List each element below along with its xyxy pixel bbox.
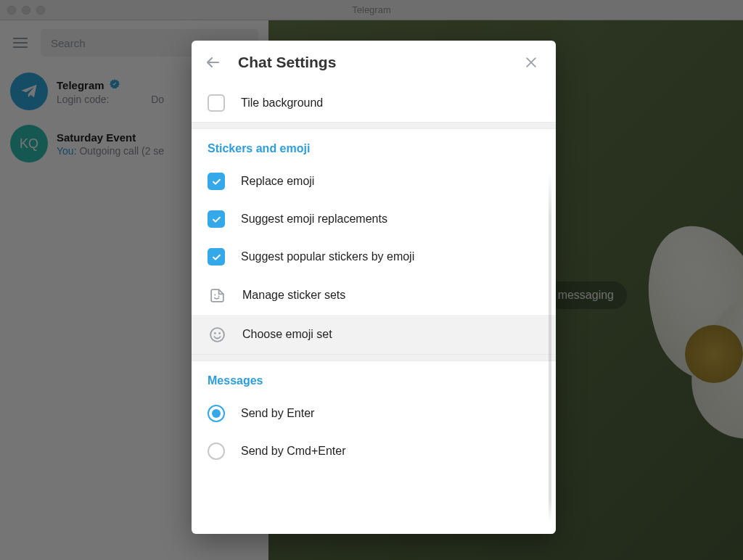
modal-title: Chat Settings xyxy=(238,54,506,71)
tile-background-label: Tile background xyxy=(241,96,323,110)
replace-emoji-checkbox[interactable] xyxy=(208,173,225,190)
section-divider xyxy=(192,354,556,361)
send-by-cmd-enter-row[interactable]: Send by Cmd+Enter xyxy=(192,432,556,470)
send-by-enter-label: Send by Enter xyxy=(241,407,314,420)
svg-point-2 xyxy=(210,328,224,342)
modal-body[interactable]: Tile background Stickers and emoji Repla… xyxy=(192,84,556,534)
suggest-emoji-label: Suggest emoji replacements xyxy=(241,213,387,226)
suggest-stickers-row[interactable]: Suggest popular stickers by emoji xyxy=(192,238,556,276)
tile-background-checkbox[interactable] xyxy=(208,94,225,112)
tile-background-row[interactable]: Tile background xyxy=(192,84,556,122)
suggest-stickers-label: Suggest popular stickers by emoji xyxy=(241,250,414,263)
send-by-enter-radio[interactable] xyxy=(208,405,225,422)
section-divider xyxy=(192,122,556,129)
send-by-cmd-enter-radio[interactable] xyxy=(208,442,225,460)
messages-heading: Messages xyxy=(192,361,556,395)
chat-settings-modal: Chat Settings Tile background Stickers a… xyxy=(192,41,556,534)
suggest-emoji-checkbox[interactable] xyxy=(208,210,225,228)
choose-emoji-label: Choose emoji set xyxy=(242,328,332,341)
stickers-heading: Stickers and emoji xyxy=(192,129,556,162)
svg-point-3 xyxy=(214,332,216,334)
choose-emoji-row[interactable]: Choose emoji set xyxy=(192,315,556,354)
svg-point-4 xyxy=(218,332,221,334)
replace-emoji-row[interactable]: Replace emoji xyxy=(192,162,556,200)
sticker-icon xyxy=(208,286,226,305)
manage-stickers-row[interactable]: Manage sticker sets xyxy=(192,276,556,315)
manage-stickers-label: Manage sticker sets xyxy=(242,289,345,302)
back-button[interactable] xyxy=(205,54,222,71)
svg-point-1 xyxy=(218,295,219,297)
suggest-emoji-row[interactable]: Suggest emoji replacements xyxy=(192,200,556,238)
emoji-icon xyxy=(208,325,226,344)
send-by-enter-row[interactable]: Send by Enter xyxy=(192,395,556,432)
close-button[interactable] xyxy=(522,54,540,71)
suggest-stickers-checkbox[interactable] xyxy=(208,248,225,265)
scrollbar[interactable] xyxy=(549,84,551,522)
replace-emoji-label: Replace emoji xyxy=(241,175,314,188)
send-by-cmd-enter-label: Send by Cmd+Enter xyxy=(241,445,346,458)
svg-point-0 xyxy=(214,294,215,295)
